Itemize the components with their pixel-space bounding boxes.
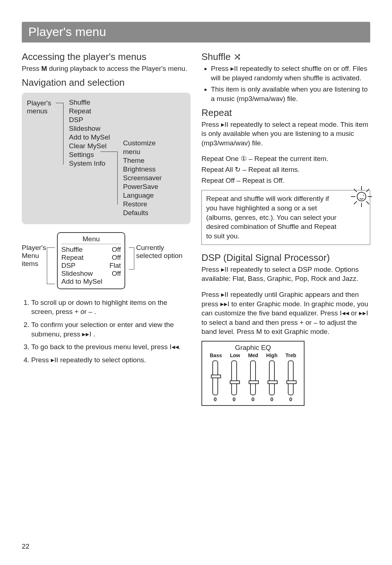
lcd-example: Player's Menu items Menu ShuffleOff Repe… [22,232,191,289]
step-item: To go back to the previous menu level, p… [31,342,191,352]
lcd-row: SlideshowOff [61,270,121,278]
eq-slider [250,360,256,395]
dsp-p2: Press ▸II repeatedly until Graphic appea… [201,290,370,336]
tree-sub-item: Language [123,191,162,199]
right-column: Shuffle ⤨ Press ▸II repeatedly to select… [201,48,370,406]
text-frag: during playback to access the Player's m… [47,65,187,72]
tree-sub-item: Restore [123,200,162,208]
eq-value: 0 [252,396,254,402]
lcd-title: Menu [61,235,121,244]
tree-sub-item: Theme [123,157,162,165]
lcd-row-value: Off [112,270,121,278]
tree-sub-item: PowerSave [123,183,162,191]
tree-item: Slideshow [69,125,110,133]
step-item: Press ▸II repeatedly to select options. [31,355,191,365]
repeat-mode-line: Repeat One ① – Repeat the current item. [201,154,370,164]
eq-sliders [206,360,300,395]
eq-band-labels: Bass Low Med High Treb [206,352,300,358]
bullet-item: This item is only available when you are… [211,85,370,103]
svg-line-8 [366,189,369,192]
eq-slider [287,360,294,395]
lcd-left-label: Player's Menu items [22,232,46,268]
repeat-mode-line: Repeat All ↻ – Repeat all items. [201,165,370,174]
shuffle-icon: ⤨ [233,51,241,62]
tree-item: Shuffle [69,98,110,106]
tree-item: Add to MySel [69,133,110,141]
lcd-row-name: Repeat [61,254,83,262]
heading-text: Shuffle [201,51,230,62]
tree-item: DSP [69,116,110,124]
graphic-eq-box: Graphic EQ Bass Low Med High Treb 0 0 0 … [201,341,305,406]
repeat-heading: Repeat [201,107,370,118]
eq-band-label: Bass [210,352,222,358]
shuffle-heading: Shuffle ⤨ [201,51,370,62]
eq-band-label: Low [230,352,240,358]
page-section-header: Player's menu [22,22,370,43]
eq-value: 0 [214,396,217,402]
lcd-row-value: Off [112,246,121,254]
bullet-item: Press ▸II repeatedly to select shuffle o… [211,64,370,82]
repeat-intro: Press ▸II repeatedly to select a repeat … [201,120,370,148]
navigation-steps: To scroll up or down to highlight items … [22,298,191,365]
lcd-row-name: Add to MySel [61,278,102,286]
tree-sub-item: Brightness [123,165,162,173]
tip-sun-icon [350,185,373,209]
repeat-mode-line: Repeat Off – Repeat is Off. [201,176,370,185]
lcd-row-value: Flat [109,262,121,270]
tree-note: menu [123,148,162,156]
dsp-p1: Press ▸II repeatedly to select a DSP mod… [201,265,370,283]
text-frag: Press [22,65,41,72]
svg-line-7 [366,201,369,204]
eq-slider [269,360,275,395]
tree-settings-sub: Customize menu Theme Brightness Screensa… [123,139,162,217]
dsp-heading: DSP (Digital Signal Processor) [201,252,370,263]
page-number: 22 [22,542,29,550]
eq-band-label: Treb [285,352,296,358]
eq-value: 0 [270,396,273,402]
lcd-row-name: DSP [61,262,75,270]
lcd-row-name: Slideshow [61,270,93,278]
shuffle-bullets: Press ▸II repeatedly to select shuffle o… [201,64,370,104]
tree-sub-item: Defaults [123,209,162,217]
nav-heading: Navigation and selection [22,77,191,88]
left-column: Accessing the player's menus Press M dur… [22,48,191,406]
lcd-row: ShuffleOff [61,246,121,254]
eq-value: 0 [289,396,292,402]
step-item: To scroll up or down to highlight items … [31,298,191,316]
tree-item: Clear MySel [69,142,110,150]
tree-sub-item: Screensaver [123,174,162,182]
lcd-row-name: Shuffle [61,246,83,254]
eq-band-label: High [266,352,277,358]
eq-title: Graphic EQ [206,344,300,352]
eq-values: 0 0 0 0 0 [206,396,300,402]
step-item: To confirm your selection or enter and v… [31,320,191,339]
tree-main-items: Shuffle Repeat DSP Slideshow Add to MySe… [69,98,110,168]
lcd-row-value: Off [112,254,121,262]
accessing-heading: Accessing the player's menus [22,51,191,62]
lcd-screen: Menu ShuffleOff RepeatOff DSPFlat Slides… [57,232,125,289]
tree-item: System Info [69,160,110,168]
tree-item: Repeat [69,107,110,115]
eq-slider [231,360,237,395]
eq-slider [212,360,219,395]
m-key: M [41,65,47,72]
tree-item: Settings [69,151,110,159]
lcd-row: DSPFlat [61,262,121,270]
lcd-row: RepeatOff [61,254,121,262]
lcd-row: Add to MySel [61,278,121,286]
eq-value: 0 [233,396,236,402]
tree-root-label: Player's menus [27,98,56,115]
tree-note: Customize [123,139,162,147]
svg-point-0 [357,192,366,201]
tip-text: Repeat and shuffle will work differently… [206,195,336,240]
lcd-right-label: Currently selected option [136,232,191,260]
svg-point-1 [363,195,364,196]
svg-line-9 [354,201,357,204]
svg-line-6 [354,189,357,192]
eq-band-label: Med [248,352,258,358]
menu-tree-box: Player's menus Shuffle Repeat DSP Slides… [22,93,191,224]
tip-box: Repeat and shuffle will work differently… [201,190,370,245]
accessing-text: Press M during playback to access the Pl… [22,64,191,73]
